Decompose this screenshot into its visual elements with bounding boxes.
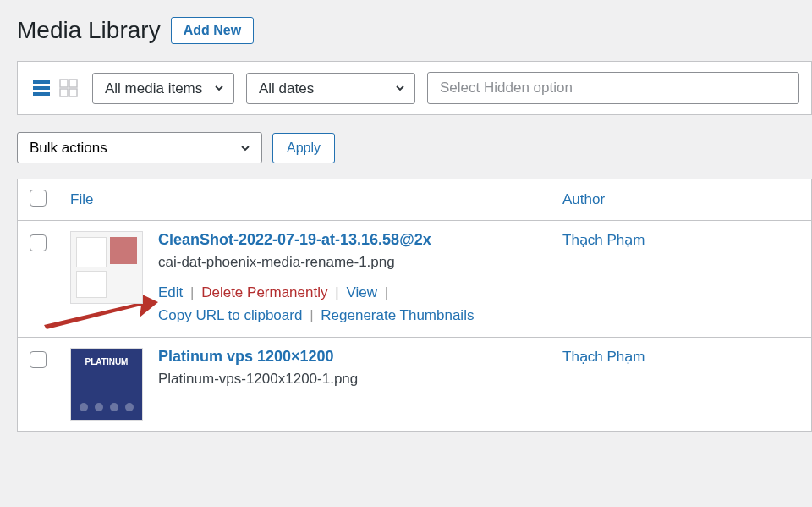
list-icon <box>31 78 52 98</box>
view-link[interactable]: View <box>346 284 377 300</box>
list-view-toggle[interactable] <box>30 76 53 100</box>
svg-rect-5 <box>60 89 68 96</box>
row-checkbox[interactable] <box>30 234 47 251</box>
svg-rect-6 <box>69 89 77 96</box>
svg-rect-2 <box>33 92 50 96</box>
file-name-label: cai-dat-phoenix-media-rename-1.png <box>158 254 562 271</box>
thumb-label: PLATINUM <box>71 357 142 366</box>
row-actions: Edit | Delete Permanently | View | Copy … <box>158 281 562 327</box>
filters-bar: All media items All dates <box>17 61 812 115</box>
regenerate-thumbnails-link[interactable]: Regenerate Thumbnails <box>321 307 474 323</box>
column-file-header[interactable]: File <box>70 191 93 207</box>
svg-rect-3 <box>60 80 68 87</box>
table-row: CleanShot-2022-07-19-at-13.16.58@2x cai-… <box>18 221 811 338</box>
file-title-link[interactable]: Platinum vps 1200×1200 <box>158 348 562 366</box>
table-row: PLATINUM Platinum vps 1200×1200 Platinum… <box>18 338 811 431</box>
row-checkbox[interactable] <box>30 351 47 368</box>
table-header: File Author <box>18 179 811 221</box>
add-new-button[interactable]: Add New <box>171 17 254 44</box>
media-table: File Author CleanShot-2022-07-19-at-13.1… <box>17 179 812 432</box>
author-link[interactable]: Thạch Phạm <box>562 349 645 365</box>
column-author-header[interactable]: Author <box>562 191 605 207</box>
grid-icon <box>58 78 79 98</box>
svg-rect-4 <box>69 80 77 87</box>
svg-rect-1 <box>33 86 50 90</box>
edit-link[interactable]: Edit <box>158 284 183 300</box>
select-all-checkbox[interactable] <box>30 190 47 207</box>
file-name-label: Platinum-vps-1200x1200-1.png <box>158 371 562 388</box>
copy-url-link[interactable]: Copy URL to clipboard <box>158 307 302 323</box>
svg-rect-0 <box>33 80 50 84</box>
author-link[interactable]: Thạch Phạm <box>562 232 645 248</box>
delete-permanently-link[interactable]: Delete Permanently <box>201 284 327 300</box>
file-title-link[interactable]: CleanShot-2022-07-19-at-13.16.58@2x <box>158 231 562 249</box>
bulk-actions-select[interactable]: Bulk actions <box>17 132 262 163</box>
thumbnail <box>70 231 143 304</box>
grid-view-toggle[interactable] <box>57 76 80 100</box>
page-title: Media Library <box>17 17 161 44</box>
hidden-option-select[interactable] <box>427 72 799 104</box>
date-filter[interactable]: All dates <box>246 73 415 104</box>
thumbnail: PLATINUM <box>70 348 143 421</box>
apply-button[interactable]: Apply <box>272 133 335 163</box>
media-type-filter[interactable]: All media items <box>92 73 234 104</box>
